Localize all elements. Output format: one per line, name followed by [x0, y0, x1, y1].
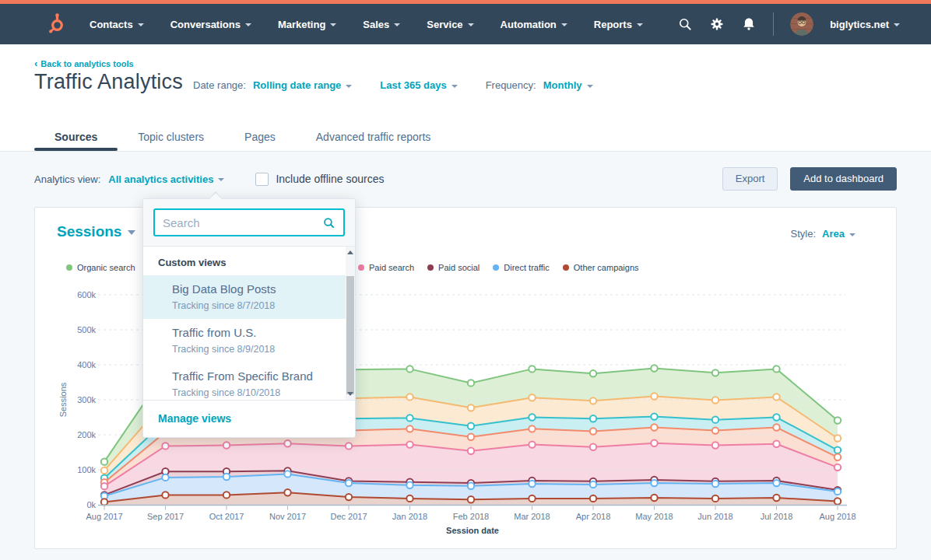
y-tick-label: 300k [77, 395, 96, 404]
chevron-down-icon [849, 233, 855, 236]
tab-topic-clusters[interactable]: Topic clusters [118, 123, 224, 151]
data-point [590, 428, 596, 434]
custom-view-option[interactable]: Traffic From Specific BrandTracking sinc… [143, 362, 346, 400]
dropdown-search-box [153, 208, 345, 236]
data-point [712, 427, 718, 433]
account-menu[interactable]: biglytics.net [830, 19, 900, 30]
data-point [712, 442, 718, 448]
dropdown-results-list: Custom views Big Data Blog PostsTracking… [143, 247, 355, 400]
data-point [346, 480, 352, 486]
chevron-down-icon [637, 23, 643, 26]
nav-item-label: Conversations [170, 19, 241, 30]
data-point [529, 414, 535, 420]
manage-views-link[interactable]: Manage views [158, 412, 231, 425]
bell-icon[interactable] [741, 16, 757, 32]
legend-item-paid-social[interactable]: Paid social [427, 263, 480, 272]
tab-advanced-traffic-reports[interactable]: Advanced traffic reports [296, 123, 451, 151]
custom-view-option[interactable]: Traffic from U.S.Tracking since 8/9/2018 [143, 319, 346, 362]
chevron-down-icon [330, 23, 336, 26]
tab-sources[interactable]: Sources [34, 123, 118, 151]
tab-pages[interactable]: Pages [224, 123, 296, 151]
nav-divider [773, 12, 774, 36]
avatar[interactable] [790, 12, 813, 36]
date-range-type-dropdown[interactable]: Rolling date range [253, 79, 352, 91]
data-point [712, 481, 718, 487]
data-point [529, 441, 535, 447]
chevron-down-icon [138, 23, 144, 26]
x-tick-label: Feb 2018 [453, 512, 489, 521]
data-point [468, 448, 474, 454]
nav-item-conversations[interactable]: Conversations [157, 19, 265, 30]
hubspot-logo-icon[interactable] [44, 12, 67, 36]
legend-item-paid-search[interactable]: Paid search [358, 263, 414, 272]
custom-view-subtitle: Tracking since 8/7/2018 [172, 300, 338, 311]
sessions-metric-dropdown[interactable]: Sessions [57, 223, 135, 240]
search-icon[interactable] [677, 16, 693, 32]
nav-item-contacts[interactable]: Contacts [76, 19, 157, 30]
date-range-label: Date range: [193, 79, 246, 91]
analytics-view-dropdown-panel: Custom views Big Data Blog PostsTracking… [142, 198, 356, 438]
data-point [529, 394, 535, 401]
x-tick-label: May 2018 [635, 512, 673, 521]
scrollbar-up-arrow-icon[interactable] [347, 250, 353, 254]
chevron-down-icon [587, 85, 593, 88]
nav-item-service[interactable]: Service [413, 19, 487, 30]
add-to-dashboard-button[interactable]: Add to dashboard [790, 167, 897, 191]
nav-item-label: Service [427, 19, 462, 30]
nav-item-label: Reports [594, 19, 632, 30]
y-tick-label: 500k [77, 325, 96, 334]
data-point [773, 424, 779, 430]
include-offline-label: Include offline sources [276, 173, 384, 185]
back-to-analytics-link[interactable]: ‹Back to analytics tools [34, 58, 134, 69]
data-point [406, 482, 413, 488]
frequency-label: Frequency: [486, 79, 536, 91]
nav-item-marketing[interactable]: Marketing [265, 19, 350, 30]
frequency-dropdown[interactable]: Monthly [543, 79, 593, 91]
chevron-down-icon [894, 23, 900, 26]
gear-icon[interactable] [709, 16, 725, 32]
custom-view-title: Big Data Blog Posts [172, 282, 338, 296]
data-point [529, 366, 535, 372]
date-range-value-dropdown[interactable]: Last 365 days [380, 79, 457, 91]
chevron-down-icon [394, 23, 400, 26]
legend-item-direct-traffic[interactable]: Direct traffic [493, 263, 549, 272]
custom-view-option[interactable]: Big Data Blog PostsTracking since 8/7/20… [143, 275, 346, 319]
data-point [834, 498, 841, 504]
scrollbar-thumb[interactable] [346, 276, 354, 394]
chevron-down-icon [128, 230, 135, 235]
data-point [590, 444, 596, 450]
data-point [773, 366, 779, 372]
search-input[interactable] [163, 216, 322, 229]
data-point [590, 370, 596, 376]
data-point [834, 435, 841, 441]
legend-item-organic-search[interactable]: Organic search [66, 263, 135, 272]
nav-item-reports[interactable]: Reports [581, 19, 656, 30]
data-point [101, 467, 107, 474]
data-point [651, 495, 657, 501]
y-tick-label: 100k [77, 465, 96, 474]
include-offline-checkbox[interactable] [255, 173, 269, 186]
style-dropdown[interactable]: Area [822, 228, 855, 240]
nav-item-automation[interactable]: Automation [487, 19, 581, 30]
nav-item-sales[interactable]: Sales [350, 19, 413, 30]
x-tick-label: Jul 2018 [761, 512, 793, 521]
scrollbar-track[interactable] [346, 247, 355, 400]
legend-label: Paid search [369, 263, 414, 272]
data-point [590, 481, 596, 488]
data-point [223, 474, 230, 480]
analytics-view-dropdown[interactable]: All analytics activities [108, 173, 224, 185]
export-button[interactable]: Export [722, 167, 778, 191]
scrollbar-down-arrow-icon[interactable] [347, 392, 353, 396]
y-axis-title: Sessions [58, 382, 68, 417]
data-point [162, 443, 168, 449]
data-point [834, 454, 841, 460]
back-link-label: Back to analytics tools [40, 59, 133, 68]
tab-bar: SourcesTopic clustersPagesAdvanced traff… [34, 123, 451, 151]
date-range-value: Last 365 days [380, 79, 446, 91]
data-point [101, 483, 107, 489]
legend-item-other-campaigns[interactable]: Other campaigns [563, 263, 639, 272]
custom-views-group-label: Custom views [143, 247, 346, 275]
account-name: biglytics.net [830, 19, 889, 30]
x-tick-label: Dec 2017 [330, 512, 367, 521]
sessions-title: Sessions [57, 223, 121, 240]
